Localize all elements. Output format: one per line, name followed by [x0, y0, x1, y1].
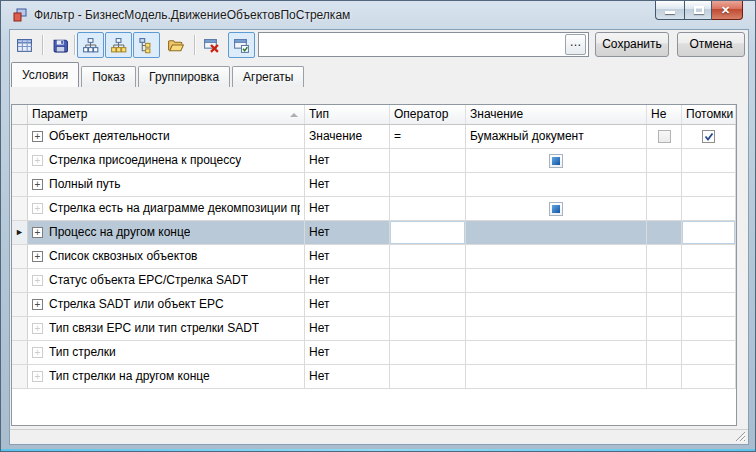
param-cell[interactable]: +Список сквозных объектов [28, 245, 305, 268]
open-folder-button[interactable] [162, 32, 189, 58]
operator-cell[interactable] [390, 341, 466, 364]
tree-yellow-button[interactable] [105, 32, 132, 58]
param-cell[interactable]: +Стрелка присоединена к процессу [28, 149, 305, 172]
browse-button[interactable]: … [565, 34, 586, 55]
operator-cell[interactable]: = [390, 125, 466, 148]
value-cell[interactable] [466, 221, 647, 244]
value-cell[interactable] [466, 149, 647, 172]
operator-cell[interactable] [390, 365, 466, 388]
operator-cell[interactable] [390, 293, 466, 316]
value-cell[interactable] [466, 197, 647, 220]
table-row[interactable]: +Тип связи EPC или тип стрелки SADTНет [12, 317, 736, 341]
not-checkbox[interactable] [658, 130, 671, 143]
expand-icon[interactable]: + [32, 251, 43, 262]
column-header-5[interactable]: Потомки [682, 105, 736, 124]
close-button[interactable]: ✕ [712, 1, 743, 20]
row-selector[interactable] [12, 269, 28, 292]
type-cell[interactable]: Нет [305, 173, 390, 196]
maximize-button[interactable] [684, 1, 712, 20]
tab-aggregates[interactable]: Агрегаты [232, 66, 304, 87]
row-selector[interactable] [12, 341, 28, 364]
grid-view-button[interactable] [11, 32, 38, 58]
column-header-1[interactable]: Тип [305, 105, 390, 124]
table-row[interactable]: +Стрелка присоединена к процессуНет [12, 149, 736, 173]
minimize-button[interactable] [655, 1, 684, 20]
clear-filter-button[interactable] [198, 32, 225, 58]
not-cell[interactable] [647, 197, 682, 220]
type-cell[interactable]: Нет [305, 365, 390, 388]
row-selector[interactable] [12, 197, 28, 220]
column-header-2[interactable]: Оператор [390, 105, 466, 124]
not-cell[interactable] [647, 221, 682, 244]
param-cell[interactable]: +Стрелка SADT или объект EPC [28, 293, 305, 316]
cancel-button[interactable]: Отмена [677, 32, 745, 57]
tab-conditions[interactable]: Условия [11, 62, 79, 87]
filter-name-input[interactable] [258, 32, 589, 57]
row-selector[interactable] [12, 293, 28, 316]
indeterminate-checkbox[interactable] [549, 154, 563, 168]
save-filter-button[interactable] [47, 32, 74, 58]
operator-cell[interactable] [390, 269, 466, 292]
operator-cell[interactable] [390, 221, 466, 244]
tree-white-button[interactable] [77, 32, 104, 58]
not-cell[interactable] [647, 293, 682, 316]
row-selector[interactable] [12, 365, 28, 388]
column-header-3[interactable]: Значение [466, 105, 647, 124]
not-cell[interactable] [647, 245, 682, 268]
not-cell[interactable] [647, 317, 682, 340]
type-cell[interactable]: Нет [305, 317, 390, 340]
descendants-cell[interactable] [682, 365, 736, 388]
descendants-cell[interactable] [682, 197, 736, 220]
table-row[interactable]: +Стрелка SADT или объект EPCНет [12, 293, 736, 317]
value-cell[interactable] [466, 293, 647, 316]
expand-icon[interactable]: + [32, 131, 43, 142]
param-cell[interactable]: +Тип связи EPC или тип стрелки SADT [28, 317, 305, 340]
param-cell[interactable]: +Тип стрелки на другом конце [28, 365, 305, 388]
column-header-0[interactable]: Параметр [28, 105, 305, 124]
value-cell[interactable] [466, 269, 647, 292]
param-cell[interactable]: +Объект деятельности [28, 125, 305, 148]
table-row[interactable]: +Полный путьНет [12, 173, 736, 197]
operator-cell[interactable] [390, 173, 466, 196]
type-cell[interactable]: Нет [305, 293, 390, 316]
param-cell[interactable]: +Процесс на другом конце [28, 221, 305, 244]
row-selector[interactable] [12, 125, 28, 148]
descendants-cell[interactable] [682, 317, 736, 340]
title-bar[interactable]: Фильтр - БизнесМодель.ДвижениеОбъектовПо… [1, 1, 755, 29]
not-cell[interactable] [647, 269, 682, 292]
operator-cell[interactable] [390, 149, 466, 172]
not-cell[interactable] [647, 149, 682, 172]
indeterminate-checkbox[interactable] [549, 202, 563, 216]
operator-cell[interactable] [390, 245, 466, 268]
descendants-cell[interactable] [682, 149, 736, 172]
value-cell[interactable] [466, 173, 647, 196]
descendants-cell[interactable] [682, 293, 736, 316]
param-cell[interactable]: +Стрелка есть на диаграмме декомпозиции … [28, 197, 305, 220]
descendants-cell[interactable] [682, 221, 736, 244]
table-row[interactable]: ►+Процесс на другом концеНет [12, 221, 736, 245]
table-row[interactable]: +Стрелка есть на диаграмме декомпозиции … [12, 197, 736, 221]
descendants-cell[interactable] [682, 269, 736, 292]
param-cell[interactable]: +Статус объекта EPC/Стрелка SADT [28, 269, 305, 292]
not-cell[interactable] [647, 365, 682, 388]
param-cell[interactable]: +Тип стрелки [28, 341, 305, 364]
value-cell[interactable] [466, 245, 647, 268]
table-row[interactable]: +Объект деятельностиЗначение=Бумажный до… [12, 125, 736, 149]
row-selector[interactable] [12, 173, 28, 196]
tab-grouping[interactable]: Группировка [138, 66, 230, 87]
expand-icon[interactable]: + [32, 227, 43, 238]
descendants-cell[interactable] [682, 125, 736, 148]
value-cell[interactable] [466, 317, 647, 340]
type-cell[interactable]: Значение [305, 125, 390, 148]
row-selector[interactable] [12, 245, 28, 268]
type-cell[interactable]: Нет [305, 221, 390, 244]
row-selector[interactable] [12, 149, 28, 172]
column-header-4[interactable]: Не [647, 105, 682, 124]
apply-filter-button[interactable] [228, 32, 255, 58]
table-row[interactable]: +Тип стрелкиНет [12, 341, 736, 365]
value-cell[interactable]: Бумажный документ [466, 125, 647, 148]
type-cell[interactable]: Нет [305, 245, 390, 268]
table-row[interactable]: +Список сквозных объектовНет [12, 245, 736, 269]
not-cell[interactable] [647, 341, 682, 364]
descendants-cell[interactable] [682, 341, 736, 364]
